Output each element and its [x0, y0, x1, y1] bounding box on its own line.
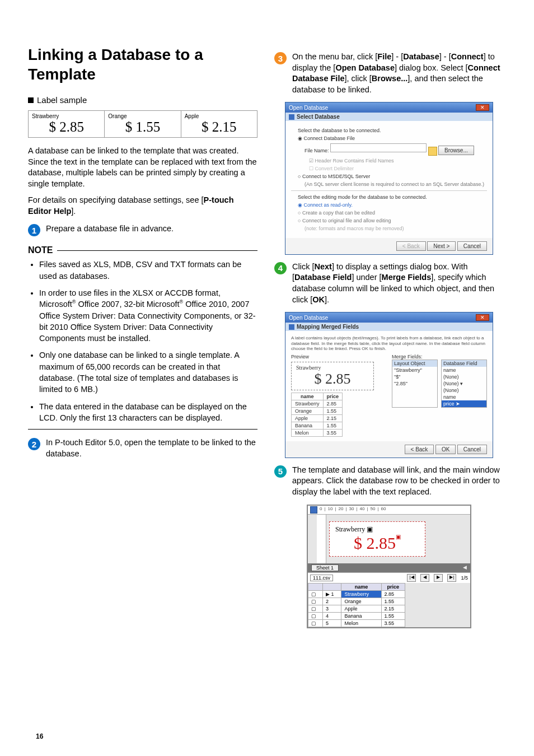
csv-name-box[interactable]: 111.csv: [310, 575, 333, 581]
cancel-button[interactable]: Cancel: [457, 241, 487, 251]
scroll-left-icon[interactable]: ◀: [463, 564, 467, 570]
prev-record-icon[interactable]: ◀: [420, 574, 429, 582]
step-2-text: In P-touch Editor 5.0, open the template…: [46, 437, 257, 459]
canvas-label-name: Strawberry: [335, 525, 365, 533]
preview-name: Strawberry: [296, 365, 369, 371]
record-counter: 1/5: [461, 575, 468, 581]
note-heading: NOTE: [28, 245, 257, 255]
next-button[interactable]: Next >: [427, 241, 456, 251]
ruler-origin-icon: [310, 506, 317, 514]
preview-box: Strawberry $ 2.85: [291, 362, 374, 390]
note-item: Only one database can be linked to a sin…: [39, 349, 257, 395]
ok-button[interactable]: OK: [435, 445, 456, 454]
sample-price: $ 2.85: [32, 119, 101, 135]
file-name-label: File Name:: [305, 148, 329, 153]
database-field-column[interactable]: Database Field name (None) (None) ▾ (Non…: [441, 360, 487, 408]
preview-price: $ 2.85: [296, 371, 369, 388]
table-row[interactable]: ▢4Banana1.55: [308, 612, 405, 619]
layout-object-column[interactable]: Layout Object "Strawberry" "$" "2.85": [392, 360, 438, 408]
label-sample-heading: Label sample: [28, 95, 257, 105]
step-3-text: On the menu bar, click [File] - [Databas…: [292, 52, 504, 95]
next-record-icon[interactable]: ▶: [434, 574, 443, 582]
table-row[interactable]: ▢2Orange1.55: [308, 598, 405, 605]
file-name-input[interactable]: [330, 143, 427, 152]
dialog-title: Open Database: [289, 315, 328, 321]
checkbox-convert-delim[interactable]: ☐ Convert Delimiter: [309, 166, 487, 171]
radio-connect-file[interactable]: ◉ Connect Database File: [298, 136, 487, 141]
open-database-dialog: Open Database ✕ Select Database Select t…: [285, 102, 493, 255]
cancel-button[interactable]: Cancel: [457, 445, 487, 454]
step-number-icon: 1: [28, 224, 40, 236]
dialog-title: Open Database: [289, 105, 328, 111]
preview-label: Preview: [291, 354, 386, 360]
db-icon: [289, 114, 294, 120]
sample-price: $ 1.55: [108, 119, 177, 135]
browse-button[interactable]: Browse...: [438, 146, 474, 155]
step-5-text: The template and database will link, and…: [292, 465, 504, 498]
note-item: Files saved as XLS, MDB, CSV and TXT for…: [39, 259, 257, 282]
close-icon[interactable]: ✕: [476, 314, 489, 321]
sample-name: Strawberry: [32, 113, 101, 119]
merge-fields-label: Merge Fields:: [392, 354, 487, 360]
field-link-icon: ▣: [367, 525, 373, 533]
intro-paragraph: A database can be linked to the template…: [28, 146, 257, 189]
sheet-tab[interactable]: Sheet 1: [311, 564, 339, 571]
sample-price: $ 2.15: [185, 119, 254, 135]
last-record-icon[interactable]: ▶|: [447, 574, 456, 582]
folder-icon: [428, 147, 437, 156]
canvas-label-price: $ 2.85: [354, 534, 396, 552]
radio-original[interactable]: ○ Connect to original file and allow edi…: [298, 218, 487, 223]
step-number-icon: 2: [28, 438, 40, 450]
table-row[interactable]: ▢3Apple2.15: [308, 605, 405, 612]
label-sample-figure: Strawberry $ 2.85 Orange $ 1.55 Apple $ …: [28, 110, 257, 138]
radio-read-only[interactable]: ◉ Connect as read-only.: [298, 202, 487, 208]
back-button[interactable]: < Back: [396, 241, 426, 251]
radio-copy[interactable]: ○ Create a copy that can be edited: [298, 210, 487, 216]
table-row[interactable]: ▢▶ 1Strawberry2.85: [308, 590, 405, 598]
page-number: 16: [36, 732, 43, 740]
sample-name: Apple: [185, 113, 254, 119]
label-sample-heading-text: Label sample: [37, 95, 87, 105]
step-number-icon: 4: [274, 262, 287, 274]
intro-paragraph-2: For details on specifying database setti…: [28, 195, 257, 217]
dialog-text: Select the editing mode for the database…: [298, 194, 487, 200]
database-grid[interactable]: nameprice ▢▶ 1Strawberry2.85 ▢2Orange1.5…: [308, 583, 405, 627]
step-1-text: Prepare a database file in advance.: [46, 223, 174, 235]
table-row[interactable]: ▢5Melon3.55: [308, 619, 405, 627]
dialog-text: Select the database to be connected.: [298, 128, 487, 133]
canvas-label[interactable]: Strawberry ▣ $ 2.85▣: [329, 521, 425, 557]
close-icon[interactable]: ✕: [476, 104, 489, 111]
preview-data-table: nameprice Strawberry2.85 Orange1.55 Appl…: [291, 393, 343, 437]
checkbox-header-row[interactable]: ☑ Header Row Contains Field Names: [309, 158, 487, 164]
step-4: 4 Click [Next] to display a settings dia…: [274, 262, 504, 305]
step-2: 2 In P-touch Editor 5.0, open the templa…: [28, 437, 257, 459]
chevron-down-icon[interactable]: ▾: [460, 381, 463, 386]
page-title: Linking a Database to a Template: [28, 45, 257, 84]
dialog-description: A label contains layout objects (text/im…: [291, 335, 487, 352]
step-3: 3 On the menu bar, click [File] - [Datab…: [274, 52, 504, 95]
vertical-ruler: [317, 515, 326, 563]
orig-note: (note: formats and macros may be removed…: [305, 226, 487, 231]
msde-note: (An SQL server client license is require…: [305, 181, 487, 187]
field-link-icon: ▣: [396, 534, 401, 540]
first-record-icon[interactable]: |◀: [407, 574, 416, 582]
mapping-dialog: Open Database ✕ Mapping Merged Fields A …: [285, 312, 493, 458]
dialog-section-heading: Select Database: [297, 114, 340, 120]
step-number-icon: 3: [274, 52, 287, 64]
sample-name: Orange: [108, 113, 177, 119]
map-icon: [289, 324, 294, 330]
dialog-section-heading: Mapping Merged Fields: [297, 324, 359, 330]
square-bullet-icon: [28, 97, 34, 103]
editor-window: 0| 10| 20| 30| 40| 50| 60 Strawberry ▣ $…: [307, 505, 471, 628]
step-number-icon: 5: [274, 465, 287, 478]
back-button[interactable]: < Back: [405, 445, 434, 454]
note-end-rule: [28, 429, 257, 430]
note-item: In order to use files in the XLSX or ACC…: [39, 287, 257, 344]
step-5: 5 The template and database will link, a…: [274, 465, 504, 498]
pointer-icon: ➤: [456, 401, 460, 407]
step-1: 1 Prepare a database file in advance.: [28, 223, 257, 236]
horizontal-ruler: 0| 10| 20| 30| 40| 50| 60: [308, 506, 470, 515]
note-item: The data entered in the database can be …: [39, 401, 257, 424]
radio-msde[interactable]: ○ Connect to MSDE/SQL Server: [298, 174, 487, 179]
step-4-text: Click [Next] to display a settings dialo…: [292, 262, 504, 305]
